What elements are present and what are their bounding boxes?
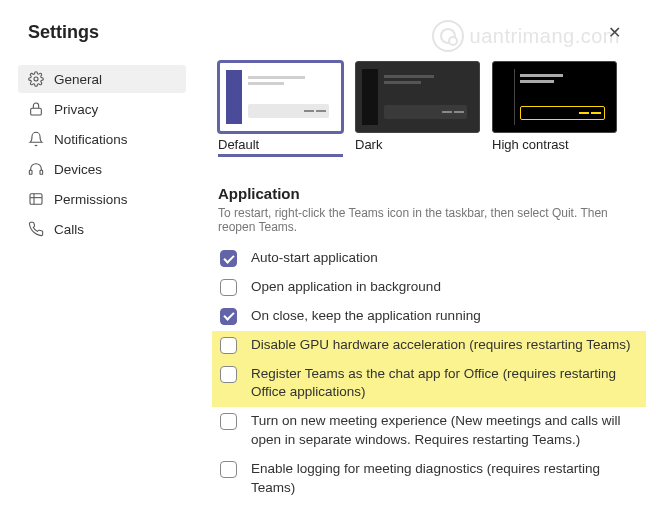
theme-label: High contrast bbox=[492, 137, 617, 152]
checkbox-auto-start[interactable] bbox=[220, 250, 237, 267]
sidebar-item-devices[interactable]: Devices bbox=[18, 155, 186, 183]
option-disable-gpu: Disable GPU hardware acceleration (requi… bbox=[212, 331, 646, 360]
application-subtext: To restart, right-click the Teams icon i… bbox=[218, 206, 646, 234]
sidebar-item-privacy[interactable]: Privacy bbox=[18, 95, 186, 123]
checkbox-open-background[interactable] bbox=[220, 279, 237, 296]
svg-point-0 bbox=[34, 77, 38, 81]
checkbox-label: Auto-start application bbox=[251, 249, 378, 268]
option-auto-start: Auto-start application bbox=[218, 244, 646, 273]
checkbox-disable-gpu[interactable] bbox=[220, 337, 237, 354]
checkbox-keep-running[interactable] bbox=[220, 308, 237, 325]
checkbox-label: Register Teams as the chat app for Offic… bbox=[251, 365, 638, 403]
checkbox-label: Open application in background bbox=[251, 278, 441, 297]
option-register-chat-app: Register Teams as the chat app for Offic… bbox=[212, 360, 646, 408]
checkbox-new-meeting-experience[interactable] bbox=[220, 413, 237, 430]
headset-icon bbox=[28, 161, 44, 177]
svg-rect-2 bbox=[29, 170, 32, 174]
gear-icon bbox=[28, 71, 44, 87]
sidebar-item-general[interactable]: General bbox=[18, 65, 186, 93]
checkbox-enable-logging[interactable] bbox=[220, 461, 237, 478]
checkbox-label: Enable logging for meeting diagnostics (… bbox=[251, 460, 646, 498]
theme-label: Dark bbox=[355, 137, 480, 152]
sidebar-item-label: Privacy bbox=[54, 102, 98, 117]
checkbox-register-chat-app[interactable] bbox=[220, 366, 237, 383]
option-open-background: Open application in background bbox=[218, 273, 646, 302]
settings-sidebar: General Privacy Notifications Devices Pe bbox=[0, 61, 200, 524]
close-button[interactable]: ✕ bbox=[602, 23, 626, 42]
theme-option-high-contrast[interactable]: High contrast bbox=[492, 61, 617, 157]
option-new-meeting-experience: Turn on new meeting experience (New meet… bbox=[218, 407, 646, 455]
sidebar-item-calls[interactable]: Calls bbox=[18, 215, 186, 243]
sidebar-item-label: Notifications bbox=[54, 132, 128, 147]
checkbox-label: On close, keep the application running bbox=[251, 307, 481, 326]
page-title: Settings bbox=[28, 22, 99, 43]
sidebar-item-notifications[interactable]: Notifications bbox=[18, 125, 186, 153]
option-enable-logging: Enable logging for meeting diagnostics (… bbox=[218, 455, 646, 503]
theme-preview-dark bbox=[355, 61, 480, 133]
svg-rect-1 bbox=[31, 108, 42, 115]
permissions-icon bbox=[28, 191, 44, 207]
theme-preview-default bbox=[218, 61, 343, 133]
svg-rect-4 bbox=[30, 194, 42, 205]
sidebar-item-label: General bbox=[54, 72, 102, 87]
sidebar-item-label: Devices bbox=[54, 162, 102, 177]
checkbox-label: Disable GPU hardware acceleration (requi… bbox=[251, 336, 630, 355]
sidebar-item-label: Calls bbox=[54, 222, 84, 237]
phone-icon bbox=[28, 221, 44, 237]
bell-icon bbox=[28, 131, 44, 147]
option-keep-running: On close, keep the application running bbox=[218, 302, 646, 331]
lock-icon bbox=[28, 101, 44, 117]
settings-content: Default Dark High contrast Application T… bbox=[200, 61, 650, 524]
theme-selector: Default Dark High contrast bbox=[218, 61, 646, 157]
theme-label: Default bbox=[218, 137, 343, 157]
application-heading: Application bbox=[218, 185, 646, 202]
close-icon: ✕ bbox=[608, 24, 621, 41]
checkbox-label: Turn on new meeting experience (New meet… bbox=[251, 412, 646, 450]
theme-option-dark[interactable]: Dark bbox=[355, 61, 480, 157]
sidebar-item-label: Permissions bbox=[54, 192, 128, 207]
theme-option-default[interactable]: Default bbox=[218, 61, 343, 157]
theme-preview-high-contrast bbox=[492, 61, 617, 133]
svg-rect-3 bbox=[40, 170, 43, 174]
sidebar-item-permissions[interactable]: Permissions bbox=[18, 185, 186, 213]
